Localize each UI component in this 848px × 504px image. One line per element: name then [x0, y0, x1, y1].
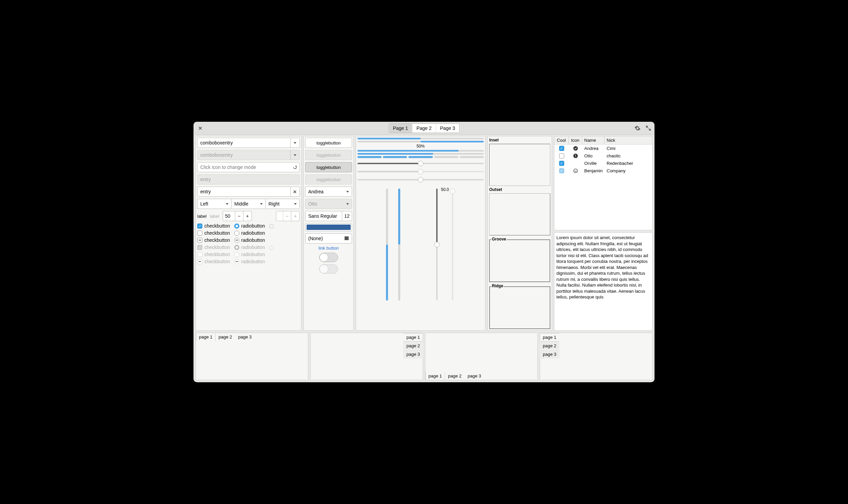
- checkbox-icon: [197, 259, 202, 264]
- chevron-down-icon: [294, 154, 296, 156]
- switch-1[interactable]: [319, 253, 338, 262]
- col-cool[interactable]: Cool: [554, 136, 569, 144]
- frame-inset-label: Inset: [489, 138, 550, 142]
- radio-icon: [234, 238, 239, 243]
- svg-point-6: [574, 170, 575, 170]
- table-row[interactable]: ✓ Andrea Cimi: [554, 144, 652, 152]
- checkbox-icon[interactable]: ✓: [559, 161, 564, 166]
- notebook-tab[interactable]: page 3: [540, 350, 559, 359]
- v-progressbar-1: [386, 188, 388, 301]
- chevron-down-icon: [260, 203, 263, 205]
- spinbutton[interactable]: 50 − +: [223, 211, 252, 221]
- label-spin-row: label label 50 − + − +: [197, 211, 300, 221]
- combobox-entry-1-text: comboboxentry: [200, 140, 233, 145]
- svg-rect-3: [575, 154, 576, 156]
- notebook-tab[interactable]: page 3: [403, 350, 423, 359]
- table-row[interactable]: ✓ Orville Redenbacher: [554, 159, 652, 167]
- spinner-icon: [269, 224, 274, 229]
- table-row[interactable]: Otto chaotic: [554, 152, 652, 159]
- radiobutton-2[interactable]: radiobutton: [234, 230, 265, 236]
- check-radio-grid: ✓checkbutton checkbutton checkbutton ✓ch…: [197, 223, 300, 264]
- linked-middle[interactable]: Middle: [231, 199, 265, 209]
- radio-icon: [234, 245, 239, 250]
- spinner-column: [269, 223, 274, 264]
- notebook-tab[interactable]: page 3: [465, 372, 484, 380]
- svg-rect-4: [575, 156, 576, 157]
- entry-clearable[interactable]: [197, 186, 300, 197]
- linked-left[interactable]: Left: [197, 199, 231, 209]
- table-row[interactable]: ✓ Benjamin Company: [554, 167, 652, 174]
- checkbutton-1[interactable]: ✓checkbutton: [197, 223, 230, 229]
- file-label: (None): [308, 236, 323, 241]
- checkbox-icon[interactable]: ✓: [559, 146, 564, 151]
- close-icon: [198, 126, 202, 130]
- notebook-tab[interactable]: page 1: [403, 333, 423, 342]
- tab-page-1[interactable]: Page 1: [389, 124, 412, 132]
- column-1: comboboxentry comboboxentry entry: [195, 136, 301, 331]
- progressbar-2: [358, 141, 484, 142]
- mode-entry[interactable]: [197, 162, 300, 172]
- radiobutton-1[interactable]: radiobutton: [234, 223, 265, 229]
- checkbox-icon[interactable]: [559, 153, 564, 158]
- notebook-tab[interactable]: page 2: [403, 342, 423, 350]
- spin-plus[interactable]: +: [243, 211, 252, 221]
- frame-inset: [489, 144, 550, 186]
- progressbar-4: [358, 153, 484, 155]
- notebook-tab[interactable]: page 3: [235, 333, 255, 341]
- mode-entry-input[interactable]: [200, 164, 297, 170]
- col-name[interactable]: Name: [582, 136, 605, 144]
- radiobutton-3[interactable]: radiobutton: [234, 237, 265, 243]
- progressbar-1: [358, 138, 484, 139]
- tab-page-3[interactable]: Page 3: [436, 124, 459, 132]
- progressbar-3: [358, 150, 484, 151]
- preferences-button[interactable]: [634, 124, 642, 132]
- notebook-tab[interactable]: page 1: [540, 333, 559, 342]
- radio-icon: [234, 223, 239, 229]
- linked-right[interactable]: Right: [265, 199, 300, 209]
- body: comboboxentry comboboxentry entry: [193, 134, 655, 382]
- combo-andrea[interactable]: Andrea: [305, 186, 352, 197]
- radio-icon: [234, 252, 239, 257]
- v-progressbar-2: [398, 188, 400, 301]
- color-button[interactable]: [305, 223, 352, 231]
- col-nick[interactable]: Nick: [605, 136, 652, 144]
- notebook-tab[interactable]: page 2: [540, 342, 559, 350]
- font-size: 12: [342, 211, 352, 221]
- combobox-entry-1[interactable]: comboboxentry: [197, 138, 300, 148]
- link-button[interactable]: link button: [305, 246, 352, 251]
- spin-value[interactable]: 50: [223, 211, 235, 221]
- notebook-tabs: page 1 page 2 page 3: [196, 333, 255, 341]
- entry-disabled: entry: [197, 174, 300, 184]
- togglebutton-3-active[interactable]: togglebutton: [305, 162, 352, 172]
- combobox-entry-2-dropdown: [290, 150, 299, 160]
- v-scale-1[interactable]: 50.0: [434, 188, 439, 301]
- spin-minus[interactable]: −: [235, 211, 243, 221]
- moon-icon: [573, 160, 578, 166]
- treeview[interactable]: Cool Icon Name Nick ✓ Andrea Cimi: [554, 136, 653, 230]
- notebook-tab[interactable]: page 2: [215, 333, 235, 341]
- combobox-entry-2-text: comboboxentry: [200, 152, 233, 158]
- notebook-tab[interactable]: page 1: [196, 333, 215, 341]
- tab-page-2[interactable]: Page 2: [413, 124, 436, 132]
- notebook-tab[interactable]: page 2: [445, 372, 465, 380]
- checkbutton-2[interactable]: checkbutton: [197, 230, 230, 236]
- fullscreen-button[interactable]: [644, 124, 653, 132]
- scale-3-no-fill[interactable]: [358, 177, 484, 182]
- treeview-body: ✓ Andrea Cimi Otto chaotic ✓: [554, 144, 652, 230]
- file-button[interactable]: (None): [305, 233, 352, 244]
- refresh-button[interactable]: [293, 165, 297, 169]
- textview[interactable]: Lorem ipsum dolor sit amet, consectetur …: [554, 232, 653, 331]
- label-2-disabled: label: [210, 214, 219, 219]
- chevron-down-icon: [294, 203, 297, 205]
- scale-1[interactable]: [358, 161, 484, 166]
- font-button[interactable]: Sans Regular 12: [305, 211, 352, 221]
- treeview-header: Cool Icon Name Nick: [554, 136, 652, 144]
- col-icon[interactable]: Icon: [569, 136, 582, 144]
- entry-clearable-input[interactable]: [200, 189, 290, 194]
- togglebutton-1[interactable]: togglebutton: [305, 138, 352, 148]
- clear-button[interactable]: [290, 186, 299, 197]
- combobox-entry-1-dropdown[interactable]: [290, 138, 299, 147]
- notebook-tab[interactable]: page 1: [425, 372, 445, 380]
- checkbutton-3[interactable]: checkbutton: [197, 237, 230, 243]
- close-button[interactable]: [195, 124, 205, 133]
